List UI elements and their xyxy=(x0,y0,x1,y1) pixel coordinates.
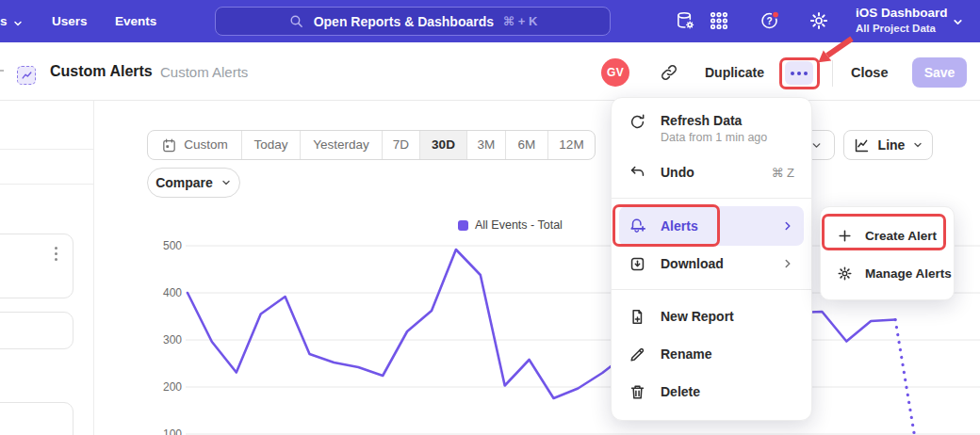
y-axis-label: 300 xyxy=(163,333,182,346)
range-6m[interactable]: 6M xyxy=(506,131,548,159)
range-custom[interactable]: Custom xyxy=(148,131,242,159)
page-title: Custom Alerts xyxy=(50,58,153,85)
menu-item-sublabel: Data from 1 min ago xyxy=(661,131,767,144)
nav-item-fragment[interactable]: s xyxy=(0,0,8,42)
y-axis-label: 100 xyxy=(163,427,182,435)
menu-item-label: Refresh Data xyxy=(661,111,767,130)
menu-item-label: New Report xyxy=(661,307,734,326)
menu-divider xyxy=(612,289,811,290)
copy-link-icon[interactable] xyxy=(660,63,678,82)
menu-item-download[interactable]: Download xyxy=(612,246,811,282)
series-line-incomplete-dotted[interactable] xyxy=(895,320,920,435)
compare-button[interactable]: Compare xyxy=(147,168,240,198)
compare-label: Compare xyxy=(155,175,213,190)
date-range-selector: Custom Today Yesterday 7D 30D 3M 6M 12M xyxy=(147,130,596,160)
y-axis-label: 500 xyxy=(163,239,182,252)
pencil-icon xyxy=(629,346,646,363)
svg-text:?: ? xyxy=(766,16,772,26)
top-navigation-bar: s Users Events Open Reports & Dashboards… xyxy=(0,0,980,42)
refresh-icon xyxy=(629,113,646,131)
duplicate-button[interactable]: Duplicate xyxy=(705,58,764,87)
range-yesterday[interactable]: Yesterday xyxy=(301,131,383,159)
close-button[interactable]: Close xyxy=(851,58,889,87)
chevron-down-icon xyxy=(220,177,232,188)
trash-icon xyxy=(629,383,646,401)
app-window: s Users Events Open Reports & Dashboards… xyxy=(0,0,980,435)
calendar-icon xyxy=(161,137,177,153)
submenu-item-manage-alerts[interactable]: Manage Alerts xyxy=(821,254,954,292)
menu-item-refresh-data[interactable]: Refresh Data Data from 1 min ago xyxy=(612,107,811,154)
menu-item-label: Download xyxy=(661,254,724,273)
menu-item-undo[interactable]: Undo ⌘ Z xyxy=(612,154,811,190)
apps-grid-icon[interactable] xyxy=(709,10,729,31)
sidebar-card[interactable] xyxy=(0,312,74,349)
avatar[interactable]: GV xyxy=(601,58,629,87)
nav-item-events[interactable]: Events xyxy=(115,0,156,42)
more-options-button[interactable] xyxy=(785,61,813,85)
search-input[interactable]: Open Reports & Dashboards ⌘ + K xyxy=(215,7,611,36)
data-management-icon[interactable] xyxy=(675,10,695,31)
project-title: iOS Dashboard xyxy=(856,5,948,22)
report-type-icon[interactable] xyxy=(17,66,36,85)
search-placeholder: Open Reports & Dashboards xyxy=(314,14,494,29)
submenu-item-label: Manage Alerts xyxy=(865,266,952,281)
y-axis-label: 400 xyxy=(163,286,182,299)
menu-item-delete[interactable]: Delete xyxy=(612,373,811,411)
bell-plus-icon xyxy=(629,218,646,235)
download-icon xyxy=(629,255,646,273)
header-divider xyxy=(832,60,833,87)
project-selector[interactable]: iOS Dashboard All Project Data xyxy=(856,5,948,36)
line-chart-icon xyxy=(21,70,33,82)
sidebar-divider xyxy=(0,184,93,185)
sidebar-card[interactable] xyxy=(0,234,74,298)
chevron-down-icon xyxy=(12,18,24,29)
range-today[interactable]: Today xyxy=(242,131,301,159)
undo-icon xyxy=(629,164,646,182)
gear-icon[interactable] xyxy=(808,10,829,31)
chart-type-label: Line xyxy=(878,137,906,153)
line-chart-icon xyxy=(853,137,871,154)
range-7d[interactable]: 7D xyxy=(383,131,420,159)
gear-icon xyxy=(837,266,853,282)
menu-divider xyxy=(612,198,811,199)
menu-shortcut: ⌘ Z xyxy=(771,166,794,180)
menu-item-label: Undo xyxy=(661,163,694,182)
chevron-down-icon xyxy=(912,139,923,151)
range-30d-selected[interactable]: 30D xyxy=(420,131,467,159)
range-3m[interactable]: 3M xyxy=(467,131,506,159)
range-label: Custom xyxy=(184,131,228,159)
chart-type-button[interactable]: Line xyxy=(843,130,933,160)
sidebar-divider xyxy=(0,149,93,150)
range-12m[interactable]: 12M xyxy=(548,131,595,159)
menu-item-rename[interactable]: Rename xyxy=(612,335,811,373)
breadcrumb[interactable]: Custom Alerts xyxy=(160,60,248,85)
alerts-submenu: Create Alert Manage Alerts xyxy=(820,206,955,300)
collapsed-icon-fragment xyxy=(0,70,4,72)
search-shortcut: ⌘ + K xyxy=(503,14,537,28)
chevron-right-icon xyxy=(781,219,794,233)
chevron-right-icon xyxy=(781,257,794,270)
sidebar-card[interactable] xyxy=(0,402,74,435)
menu-item-alerts[interactable]: Alerts xyxy=(619,206,804,246)
report-header: Custom Alerts Custom Alerts GV Duplicate… xyxy=(0,42,980,101)
y-axis-label: 200 xyxy=(163,380,182,394)
nav-item-users[interactable]: Users xyxy=(52,0,88,42)
chevron-down-icon xyxy=(952,16,964,28)
menu-item-label: Rename xyxy=(661,345,711,363)
submenu-item-create-alert[interactable]: Create Alert xyxy=(821,217,954,254)
kebab-menu-icon[interactable] xyxy=(55,247,57,261)
help-icon[interactable]: ? xyxy=(760,10,780,31)
new-report-icon xyxy=(629,308,646,326)
submenu-item-label: Create Alert xyxy=(865,229,937,243)
menu-item-label: Alerts xyxy=(661,217,698,235)
project-subtitle: All Project Data xyxy=(856,22,948,36)
nav-fragment-label: s xyxy=(0,14,8,28)
more-options-menu: Refresh Data Data from 1 min ago Undo ⌘ … xyxy=(611,97,812,421)
menu-item-label: Delete xyxy=(661,382,700,401)
notification-dot xyxy=(772,11,778,18)
save-button[interactable]: Save xyxy=(912,57,967,88)
search-icon xyxy=(288,13,304,29)
menu-item-new-report[interactable]: New Report xyxy=(612,298,811,335)
plus-icon xyxy=(837,228,853,244)
